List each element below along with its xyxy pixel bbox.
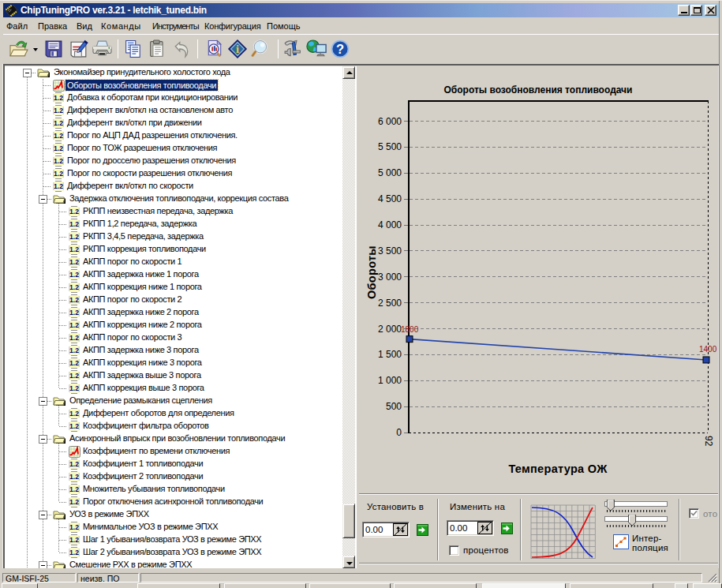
svg-text:1.2: 1.2 [69,283,79,291]
svg-text:Температура ОЖ: Температура ОЖ [508,463,608,475]
svg-text:1.2: 1.2 [69,334,79,342]
svg-text:3 000: 3 000 [378,272,402,283]
svg-text:1.2: 1.2 [69,233,79,241]
svg-text:1.2: 1.2 [54,182,63,190]
svg-text:1.2: 1.2 [69,220,79,228]
svg-text:1.2: 1.2 [69,498,79,506]
svg-text:1.2: 1.2 [69,321,79,329]
svg-text:1.2: 1.2 [69,258,79,266]
svg-text:1.2: 1.2 [69,549,79,556]
svg-text:1.2: 1.2 [69,473,79,481]
svg-text:1.2: 1.2 [54,157,63,165]
svg-text:1.2: 1.2 [69,296,79,304]
svg-text:Обороты возобновления топливоо: Обороты возобновления топливоодачи [444,84,633,96]
svg-text:2 500: 2 500 [378,298,402,309]
svg-text:5 000: 5 000 [378,167,402,178]
svg-text:1.2: 1.2 [69,485,79,493]
svg-text:1.2: 1.2 [69,536,79,544]
svg-text:1 000: 1 000 [378,375,402,386]
svg-text:6 000: 6 000 [378,116,402,127]
svg-text:1.2: 1.2 [69,346,79,354]
svg-text:1.2: 1.2 [54,94,63,102]
svg-text:1.2: 1.2 [69,372,79,380]
svg-text:1 500: 1 500 [378,349,402,360]
svg-text:3 500: 3 500 [378,245,402,257]
svg-text:1.2: 1.2 [69,359,79,367]
svg-text:1.2: 1.2 [54,170,63,178]
svg-text:4 000: 4 000 [378,219,402,230]
svg-text:92: 92 [703,436,714,447]
svg-text:1.2: 1.2 [69,410,79,418]
svg-text:1.2: 1.2 [54,144,63,152]
svg-text:1800: 1800 [401,325,419,334]
svg-text:1.2: 1.2 [69,384,79,392]
svg-text:1.2: 1.2 [69,271,79,279]
svg-text:1.2: 1.2 [69,309,79,316]
svg-text:1.2: 1.2 [69,460,79,468]
svg-text:1.2: 1.2 [69,208,79,215]
svg-text:2 000: 2 000 [378,324,402,335]
svg-text:1.2: 1.2 [69,245,79,253]
svg-text:1.2: 1.2 [54,119,63,127]
svg-text:1400: 1400 [699,345,717,354]
svg-text:1.2: 1.2 [54,107,63,114]
svg-text:i: i [236,43,239,56]
svg-text:4 500: 4 500 [378,193,402,204]
svg-text:1.2: 1.2 [69,422,79,430]
svg-text:Обороты: Обороты [365,245,378,299]
svg-text:1.2: 1.2 [69,523,79,531]
svg-text:500: 500 [386,401,402,412]
svg-text:?: ? [336,42,344,56]
svg-text:5 500: 5 500 [378,141,402,152]
svg-text:1.2: 1.2 [54,132,63,140]
svg-text:0: 0 [396,427,402,438]
